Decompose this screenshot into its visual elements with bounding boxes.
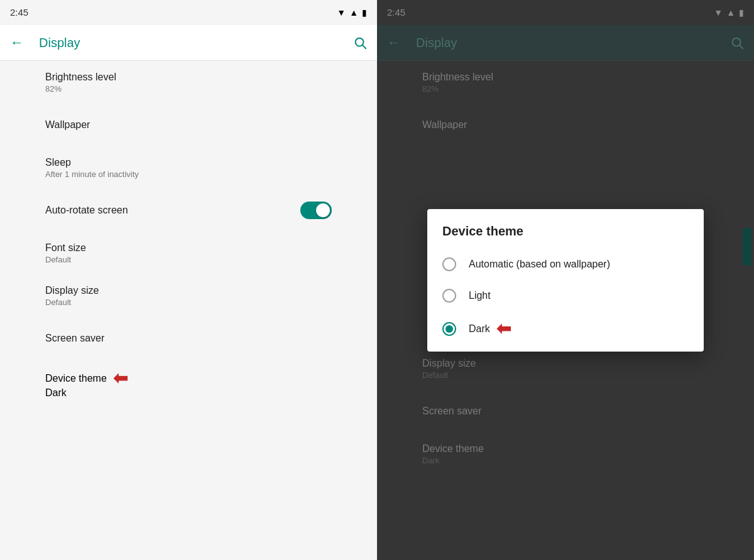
radio-automatic[interactable] bbox=[442, 257, 456, 271]
sleep-title-left: Sleep bbox=[45, 157, 332, 168]
screen-saver-item-left[interactable]: Screen saver bbox=[0, 317, 377, 360]
device-theme-dialog: Device theme Automatic (based on wallpap… bbox=[427, 209, 704, 352]
battery-icon-left: ▮ bbox=[362, 8, 367, 18]
svg-line-1 bbox=[363, 45, 366, 48]
dialog-overlay[interactable]: Device theme Automatic (based on wallpap… bbox=[377, 0, 754, 560]
sleep-sub-left: After 1 minute of inactivity bbox=[45, 170, 332, 179]
radio-dark-fill bbox=[445, 325, 453, 333]
time-left: 2:45 bbox=[10, 7, 28, 18]
radio-dark[interactable] bbox=[442, 322, 456, 336]
brightness-sub-left: 82% bbox=[45, 84, 332, 94]
auto-rotate-toggle-left[interactable] bbox=[300, 202, 332, 219]
font-size-item-left[interactable]: Font size Default bbox=[0, 232, 377, 274]
red-arrow-dark: ⬅ bbox=[496, 320, 511, 338]
wifi-icon-left: ▼ bbox=[337, 8, 346, 18]
settings-list-left: Brightness level 82% Wallpaper Sleep Aft… bbox=[0, 61, 377, 560]
top-bar-left: ← Display bbox=[0, 25, 377, 60]
device-theme-title-left: Device theme bbox=[45, 373, 107, 384]
search-button-left[interactable] bbox=[353, 36, 367, 50]
auto-rotate-title-left: Auto-rotate screen bbox=[45, 205, 128, 216]
dialog-option-automatic[interactable]: Automatic (based on wallpaper) bbox=[427, 249, 704, 280]
automatic-label: Automatic (based on wallpaper) bbox=[469, 259, 610, 270]
radio-light[interactable] bbox=[442, 289, 456, 303]
brightness-title-left: Brightness level bbox=[45, 72, 332, 83]
dialog-title: Device theme bbox=[427, 224, 704, 249]
wallpaper-title-left: Wallpaper bbox=[45, 119, 332, 131]
status-bar-left: 2:45 ▼ ▲ ▮ bbox=[0, 0, 377, 25]
dialog-option-dark[interactable]: Dark ⬅ bbox=[427, 311, 704, 347]
font-size-sub-left: Default bbox=[45, 255, 332, 264]
display-size-item-left[interactable]: Display size Default bbox=[0, 274, 377, 317]
page-title-left: Display bbox=[39, 36, 353, 50]
font-size-title-left: Font size bbox=[45, 242, 332, 254]
red-arrow-left: ⬅ bbox=[113, 370, 128, 387]
wallpaper-item-left[interactable]: Wallpaper bbox=[0, 104, 377, 146]
brightness-item-left[interactable]: Brightness level 82% bbox=[0, 61, 377, 104]
auto-rotate-item-left[interactable]: Auto-rotate screen bbox=[0, 189, 377, 232]
screen-saver-title-left: Screen saver bbox=[45, 333, 332, 344]
sleep-item-left[interactable]: Sleep After 1 minute of inactivity bbox=[0, 146, 377, 189]
display-size-title-left: Display size bbox=[45, 285, 332, 296]
device-theme-item-left[interactable]: Device theme ⬅ Dark bbox=[0, 360, 377, 409]
dark-label: Dark bbox=[469, 323, 490, 335]
right-panel: 2:45 ▼ ▲ ▮ ← Display Brightness level 82… bbox=[377, 0, 754, 560]
back-button-left[interactable]: ← bbox=[10, 35, 24, 51]
dialog-option-light[interactable]: Light bbox=[427, 280, 704, 311]
device-theme-sub-left: Dark bbox=[45, 387, 332, 399]
display-size-sub-left: Default bbox=[45, 298, 332, 307]
left-panel: 2:45 ▼ ▲ ▮ ← Display Brightness level 82… bbox=[0, 0, 377, 560]
signal-icon-left: ▲ bbox=[349, 8, 358, 18]
light-label: Light bbox=[469, 290, 491, 301]
